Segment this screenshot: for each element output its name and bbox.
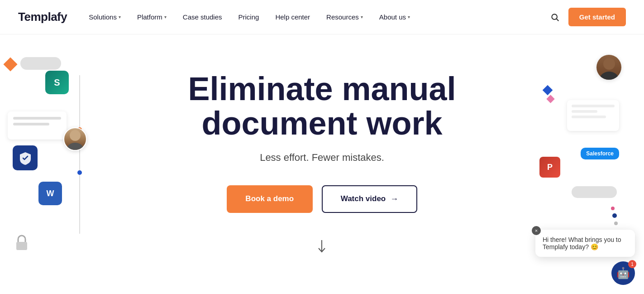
watch-video-label: Watch video [341, 194, 386, 203]
nav-platform[interactable]: Platform ▾ [137, 13, 167, 21]
svg-point-2 [70, 130, 81, 141]
svg-line-1 [557, 19, 559, 21]
chat-bubble: × Hi there! What brings you to Templafy … [535, 230, 635, 257]
chat-close-button[interactable]: × [532, 226, 541, 235]
pill-decoration [20, 57, 61, 70]
chat-bot-container: 🤖 1 [611, 261, 635, 285]
svg-point-3 [67, 143, 83, 151]
nav-platform-label: Platform [137, 13, 162, 21]
svg-rect-4 [16, 242, 27, 250]
svg-point-0 [552, 14, 557, 19]
nav-about-us[interactable]: About us ▾ [379, 13, 410, 21]
chat-message: Hi there! What brings you to Templafy to… [543, 236, 621, 251]
dot-pink-icon [611, 207, 615, 210]
svg-point-6 [603, 58, 615, 70]
search-button[interactable] [550, 13, 559, 22]
watch-video-button[interactable]: Watch video → [322, 185, 418, 213]
resources-chevron-icon: ▾ [361, 14, 363, 19]
avatar-man [596, 55, 621, 80]
text-line-1 [13, 117, 61, 120]
right-line-3 [572, 116, 606, 118]
search-icon [550, 13, 559, 22]
left-decorations: S W [0, 34, 113, 294]
arrow-right-icon: → [390, 194, 398, 204]
shield-icon [19, 151, 32, 165]
avatar-man-image [599, 55, 619, 80]
flow-line [79, 75, 80, 234]
logo[interactable]: Templafy [18, 10, 67, 24]
nav-links: Solutions ▾ Platform ▾ Case studies Pric… [89, 13, 550, 21]
dot-gray-icon [614, 222, 618, 225]
hero-title-line1: Eliminate manual [188, 71, 456, 107]
nav-right: Get started [550, 8, 626, 26]
nav-solutions[interactable]: Solutions ▾ [89, 13, 121, 21]
hero-content: Eliminate manual document work Less effo… [188, 72, 456, 256]
avatar-woman [63, 127, 87, 151]
nav-resources[interactable]: Resources ▾ [326, 13, 363, 21]
about-chevron-icon: ▾ [408, 14, 410, 19]
hero-subtitle: Less effort. Fewer mistakes. [188, 152, 456, 164]
avatar-woman-image [66, 127, 84, 151]
nav-help-center-label: Help center [275, 13, 310, 21]
text-line-2 [13, 123, 49, 125]
powerpoint-icon: P [539, 157, 560, 178]
orange-diamond-icon [3, 57, 17, 71]
blue-diamond-icon [543, 85, 553, 96]
hero-buttons: Book a demo Watch video → [188, 185, 456, 213]
hero-title: Eliminate manual document work [188, 72, 456, 140]
get-started-button[interactable]: Get started [568, 8, 626, 26]
nav-solutions-label: Solutions [89, 13, 117, 21]
solutions-chevron-icon: ▾ [119, 14, 121, 19]
book-demo-button[interactable]: Book a demo [227, 185, 313, 213]
svg-point-7 [600, 72, 618, 80]
nav-about-us-label: About us [379, 13, 406, 21]
flow-dot-blue [77, 170, 82, 175]
right-line-2 [572, 110, 597, 113]
right-pill-decoration [572, 186, 617, 198]
right-line-1 [572, 105, 615, 107]
platform-chevron-icon: ▾ [164, 14, 167, 19]
scroll-down-arrow[interactable] [188, 240, 456, 256]
navbar: Templafy Solutions ▾ Platform ▾ Case stu… [0, 0, 644, 34]
hero-title-line2: document work [201, 105, 442, 141]
shield-card [13, 145, 38, 170]
nav-case-studies-label: Case studies [183, 13, 222, 21]
pink-diamond-icon [546, 95, 554, 103]
word-icon: W [38, 182, 62, 205]
chat-notification-badge: 1 [628, 260, 636, 268]
nav-resources-label: Resources [326, 13, 359, 21]
chat-widget: × Hi there! What brings you to Templafy … [535, 230, 635, 285]
nav-pricing[interactable]: Pricing [239, 13, 259, 21]
lock-icon [14, 234, 30, 254]
nav-case-studies[interactable]: Case studies [183, 13, 222, 21]
text-lines-card [8, 111, 67, 140]
right-lines-card [567, 100, 619, 131]
nav-help-center[interactable]: Help center [275, 13, 310, 21]
sharepoint-icon: S [45, 71, 69, 94]
dot-blue-icon [612, 213, 617, 218]
nav-pricing-label: Pricing [239, 13, 259, 21]
salesforce-badge: Salesforce [581, 148, 619, 159]
